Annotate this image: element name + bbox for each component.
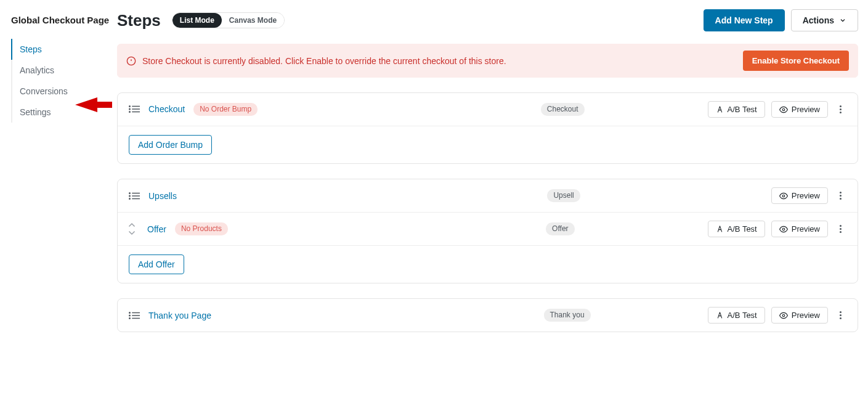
svg-point-22 — [129, 315, 131, 316]
svg-point-13 — [129, 192, 131, 193]
mode-toggle: List Mode Canvas Mode — [172, 12, 285, 28]
abtest-button-offer[interactable]: A/B Test — [708, 221, 765, 237]
page-title: Steps — [117, 11, 161, 30]
eye-icon — [779, 225, 788, 234]
step-link-checkout[interactable]: Checkout — [148, 104, 185, 114]
eye-icon — [779, 105, 788, 114]
sidebar-item-settings[interactable]: Settings — [11, 102, 117, 123]
abtest-icon — [716, 311, 724, 319]
page-header: Steps List Mode Canvas Mode Add New Step… — [117, 9, 858, 31]
enable-store-checkout-button[interactable]: Enable Store Checkout — [743, 51, 849, 71]
badge-no-order-bump: No Order Bump — [193, 103, 258, 115]
step-card-upsells: Upsells Upsell Preview — [117, 179, 858, 283]
sidebar-item-conversions[interactable]: Conversions — [11, 81, 117, 102]
add-new-step-button[interactable]: Add New Step — [704, 9, 785, 31]
chevron-down-icon — [839, 17, 846, 24]
step-link-upsells[interactable]: Upsells — [148, 191, 177, 201]
svg-point-21 — [129, 312, 131, 313]
type-badge-thankyou: Thank you — [544, 309, 591, 321]
svg-point-24 — [782, 314, 785, 317]
abtest-icon — [716, 225, 724, 233]
svg-point-7 — [129, 109, 131, 110]
list-icon — [129, 192, 140, 200]
main-content: Steps List Mode Canvas Mode Add New Step… — [117, 0, 868, 347]
svg-point-6 — [129, 106, 131, 107]
badge-no-products: No Products — [175, 222, 228, 235]
list-icon — [129, 311, 140, 320]
step-card-thankyou: Thank you Page Thank you A/B Test Previe… — [117, 298, 858, 332]
reorder-icon[interactable] — [126, 222, 139, 235]
sidebar-nav: Steps Analytics Conversions Settings — [11, 39, 117, 123]
mode-canvas-button[interactable]: Canvas Mode — [222, 13, 284, 28]
eye-icon — [779, 311, 788, 320]
type-badge-offer: Offer — [546, 222, 574, 235]
step-card-checkout: Checkout No Order Bump Checkout A/B Test… — [117, 92, 858, 164]
svg-point-9 — [782, 108, 785, 111]
sidebar-title: Global Checkout Page — [11, 15, 117, 39]
preview-button-thankyou[interactable]: Preview — [771, 307, 828, 324]
type-badge-checkout: Checkout — [541, 103, 585, 115]
svg-point-15 — [129, 198, 131, 199]
preview-button-checkout[interactable]: Preview — [771, 101, 828, 118]
more-menu-checkout[interactable] — [834, 103, 846, 116]
add-order-bump-button[interactable]: Add Order Bump — [129, 135, 212, 155]
disabled-checkout-notice: Store Checkout is currently disabled. Cl… — [117, 44, 858, 78]
more-menu-thankyou[interactable] — [834, 309, 846, 322]
eye-icon — [779, 192, 788, 200]
actions-dropdown-button[interactable]: Actions — [791, 9, 858, 31]
info-icon — [126, 56, 136, 66]
step-link-offer[interactable]: Offer — [147, 224, 166, 234]
svg-point-16 — [782, 195, 785, 197]
svg-point-14 — [129, 195, 131, 197]
step-link-thankyou[interactable]: Thank you Page — [148, 311, 211, 320]
svg-point-23 — [129, 317, 131, 319]
abtest-icon — [716, 105, 724, 113]
list-icon — [129, 105, 140, 113]
type-badge-upsell: Upsell — [547, 189, 580, 202]
mode-list-button[interactable]: List Mode — [172, 13, 222, 28]
sidebar-item-steps[interactable]: Steps — [11, 39, 117, 60]
preview-button-offer[interactable]: Preview — [771, 221, 828, 237]
sidebar: Global Checkout Page Steps Analytics Con… — [0, 0, 117, 347]
add-offer-button[interactable]: Add Offer — [129, 255, 184, 274]
actions-button-label: Actions — [803, 15, 834, 25]
abtest-button-thankyou[interactable]: A/B Test — [708, 307, 765, 324]
more-menu-upsells[interactable] — [834, 189, 846, 202]
sidebar-item-analytics[interactable]: Analytics — [11, 60, 117, 81]
svg-point-17 — [782, 228, 785, 230]
svg-point-8 — [129, 112, 131, 113]
preview-button-upsells[interactable]: Preview — [771, 187, 828, 204]
abtest-button-checkout[interactable]: A/B Test — [708, 101, 765, 118]
more-menu-offer[interactable] — [834, 222, 846, 235]
notice-text: Store Checkout is currently disabled. Cl… — [142, 56, 506, 66]
